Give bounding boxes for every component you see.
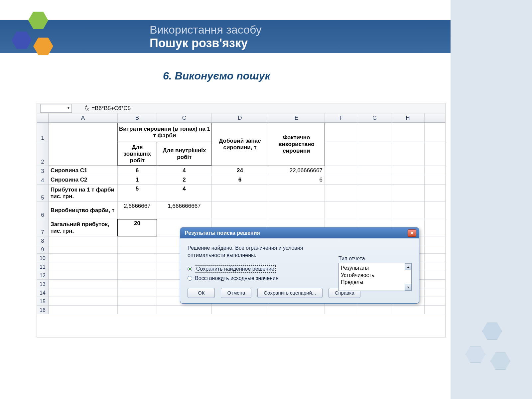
select-all-corner[interactable] — [37, 113, 49, 122]
title-line-2: Пошук розв'язку — [150, 36, 451, 50]
row-6: 6 Виробництво фарби, т 2,6666667 1,66666… — [37, 202, 445, 219]
excel-screenshot: fx =B6*B5+C6*C5 A B C D E F G H Витрати … — [37, 103, 446, 337]
cell-B2[interactable]: Для зовнішніх робіт — [118, 142, 157, 166]
row-header-10[interactable]: 10 — [37, 254, 49, 262]
row-header-14[interactable]: 14 — [37, 288, 49, 297]
row-header-13[interactable]: 13 — [37, 280, 49, 288]
dialog-title: Результаты поиска решения — [183, 230, 408, 236]
cell-B1-C1[interactable]: Витрати сировини (в тонах) на 1 т фарби — [118, 123, 212, 142]
save-scenario-button[interactable]: Сохранить сценарий... — [257, 288, 322, 298]
row-5: 5 Прибуток на 1 т фарби тис. грн. 5 4 — [37, 185, 445, 202]
cell-C4[interactable]: 2 — [157, 175, 212, 184]
slide-title-bar: Використання засобу Пошук розв'язку — [0, 20, 451, 53]
row-header-15[interactable]: 15 — [37, 297, 49, 305]
hexagon-blue-icon — [12, 32, 32, 49]
row-header-5[interactable]: 5 — [37, 185, 49, 201]
ok-button[interactable]: ОК — [188, 288, 215, 298]
cell-B3[interactable]: 6 — [118, 166, 157, 175]
cell-B6[interactable]: 2,6666667 — [118, 202, 157, 219]
report-option[interactable]: Устойчивость — [341, 272, 409, 279]
hexagon-deco-icon — [490, 352, 510, 370]
cell-D3[interactable]: 24 — [212, 166, 268, 175]
cell-C3[interactable]: 4 — [157, 166, 212, 175]
col-header-D[interactable]: D — [212, 113, 268, 122]
cell-C2[interactable]: Для внутрішніх робіт — [157, 142, 212, 166]
cell-C5[interactable]: 4 — [157, 185, 212, 201]
cell-A6[interactable]: Виробництво фарби, т — [49, 202, 118, 219]
dialog-message: Решение найдено. Все ограничения и услов… — [188, 244, 321, 259]
col-header-A[interactable]: A — [49, 113, 118, 122]
formula-text[interactable]: =B6*B5+C6*C5 — [91, 105, 131, 112]
row-header-6[interactable]: 6 — [37, 202, 49, 219]
cell-B4[interactable]: 1 — [118, 175, 157, 184]
row-header-1[interactable]: 1 — [37, 123, 49, 142]
cell-E3[interactable]: 22,66666667 — [268, 166, 325, 175]
row-header-16[interactable]: 16 — [37, 306, 49, 314]
col-header-E[interactable]: E — [268, 113, 325, 122]
hexagon-deco-icon — [482, 323, 502, 340]
row-header-4[interactable]: 4 — [37, 175, 49, 184]
row-3: 3 Сировина С1 6 4 24 22,66666667 — [37, 166, 445, 175]
cell-C6[interactable]: 1,666666667 — [157, 202, 212, 219]
column-headers: A B C D E F G H — [37, 113, 445, 123]
scroll-up-icon[interactable]: ▴ — [405, 263, 411, 270]
report-type-box: Тип отчета Результаты Устойчивость Преде… — [338, 256, 412, 291]
fx-icon[interactable]: fx — [85, 105, 89, 112]
cell-A5[interactable]: Прибуток на 1 т фарби тис. грн. — [49, 185, 118, 201]
row-4: 4 Сировина С2 1 2 6 6 — [37, 175, 445, 185]
report-option[interactable]: Пределы — [341, 279, 409, 286]
cell-D1-D2[interactable]: Добовий запас сировини, т — [212, 123, 268, 166]
dialog-titlebar[interactable]: Результаты поиска решения ✕ — [180, 228, 419, 238]
cancel-button[interactable]: Отмена — [221, 288, 251, 298]
cell-B5[interactable]: 5 — [118, 185, 157, 201]
hexagon-orange-icon — [33, 38, 53, 55]
row-header-11[interactable]: 11 — [37, 262, 49, 271]
title-line-1: Використання засобу — [150, 23, 451, 36]
row-header-3[interactable]: 3 — [37, 166, 49, 175]
report-type-list[interactable]: Результаты Устойчивость Пределы ▴ ▾ — [338, 263, 412, 291]
dialog-body: Решение найдено. Все ограничения и услов… — [180, 238, 419, 303]
row-header-2[interactable]: 2 — [37, 142, 49, 166]
formula-bar: fx =B6*B5+C6*C5 — [37, 103, 445, 113]
cell-E1-E2[interactable]: Фактично використано сировини — [268, 123, 325, 166]
hexagon-decoration-bottom — [456, 323, 522, 389]
hexagon-deco-icon — [466, 346, 485, 363]
radio-selected-icon — [188, 267, 192, 271]
solver-results-dialog: Результаты поиска решения ✕ Решение найд… — [180, 227, 419, 304]
row-16: 16 — [37, 306, 445, 314]
radio-unselected-icon — [188, 276, 192, 281]
slide-subtitle: 6. Виконуємо пошук — [163, 70, 270, 82]
row-header-7[interactable]: 7 — [37, 219, 49, 236]
hexagon-green-icon — [28, 12, 48, 29]
col-header-F[interactable]: F — [325, 113, 358, 122]
col-header-C[interactable]: C — [157, 113, 212, 122]
hexagon-logo-group — [8, 12, 58, 62]
cell-D4[interactable]: 6 — [212, 175, 268, 184]
cell-A1-A2[interactable] — [49, 123, 118, 166]
grid-body: Витрати сировини (в тонах) на 1 т фарби … — [37, 123, 445, 314]
scroll-down-icon[interactable]: ▾ — [405, 284, 411, 291]
col-header-G[interactable]: G — [358, 113, 391, 122]
cell-A7[interactable]: Загальний прибуток, тис. грн. — [49, 219, 118, 236]
col-header-B[interactable]: B — [118, 113, 157, 122]
cell-A4[interactable]: Сировина С2 — [49, 175, 118, 184]
name-box[interactable] — [40, 104, 72, 113]
row-header-12[interactable]: 12 — [37, 271, 49, 279]
close-button[interactable]: ✕ — [408, 229, 416, 237]
row-header-8[interactable]: 8 — [37, 236, 49, 245]
cell-A3[interactable]: Сировина С1 — [49, 166, 118, 175]
cell-B7-active[interactable]: 20 — [118, 219, 157, 236]
report-type-label: Тип отчета — [338, 256, 412, 262]
row-header-9[interactable]: 9 — [37, 245, 49, 253]
col-header-H[interactable]: H — [391, 113, 425, 122]
cell-E4[interactable]: 6 — [268, 175, 325, 184]
report-option[interactable]: Результаты — [341, 264, 409, 272]
